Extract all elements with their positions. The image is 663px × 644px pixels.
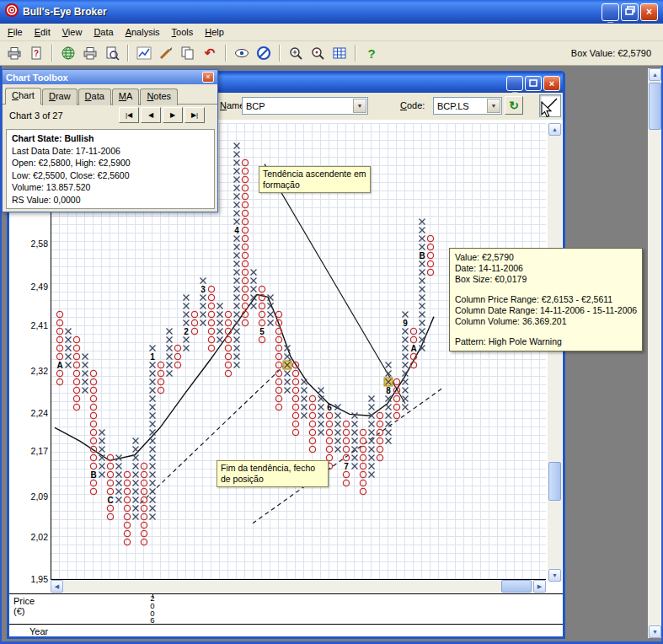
toolbox-title: Chart Toolbox: [6, 72, 68, 83]
first-icon: |◀: [126, 111, 132, 119]
toolbox-close-button[interactable]: ×: [202, 72, 214, 83]
column-data-tooltip: Value: €2,5790Date: 14-11-2006Box Size: …: [449, 248, 643, 352]
menu-data[interactable]: Data: [88, 24, 119, 40]
price-axis-label: 2,24: [14, 408, 48, 418]
price-axis-title: Price (€): [13, 596, 35, 616]
vertical-scroll-thumb[interactable]: [548, 462, 561, 501]
price-axis-label: 1,95: [14, 574, 48, 584]
next-icon: ▶: [170, 111, 175, 119]
svg-text:8: 8: [386, 386, 391, 395]
child-minimize-button[interactable]: _: [506, 76, 523, 91]
chart-vertical-scrollbar[interactable]: ▲ ▼: [548, 123, 562, 582]
web-globe-icon[interactable]: [58, 43, 78, 63]
application-window: Bull's-Eye Broker _ × File Edit View Dat…: [0, 0, 663, 644]
tooltip-gap: [455, 285, 637, 294]
scroll-down-button[interactable]: ▼: [649, 625, 661, 638]
tooltip-line: Pattern: High Pole Warning: [455, 336, 637, 347]
price-axis-title-text: Price: [13, 596, 35, 606]
menu-help[interactable]: Help: [199, 24, 230, 40]
restore-button[interactable]: [621, 3, 639, 21]
last-icon: ▶|: [191, 111, 198, 119]
print-preview-icon[interactable]: [102, 43, 122, 63]
refresh-icon: ↻: [509, 99, 519, 112]
menu-view[interactable]: View: [56, 24, 88, 40]
code-combobox[interactable]: BCP.LS ▼: [433, 97, 502, 115]
toolbar-separator: [225, 45, 227, 62]
tab-notes[interactable]: Notes: [140, 89, 178, 105]
menu-file[interactable]: File: [2, 24, 29, 40]
menu-tools[interactable]: Tools: [166, 24, 200, 40]
scroll-up-button[interactable]: ▲: [649, 68, 661, 81]
child-maximize-button[interactable]: [525, 76, 542, 91]
x-axis-line: [9, 593, 563, 594]
next-chart-button[interactable]: ▶: [163, 107, 183, 123]
chevron-down-icon[interactable]: ▼: [487, 99, 500, 113]
axis-divider-line: [9, 624, 563, 625]
refresh-button[interactable]: ↻: [505, 96, 523, 115]
chart-icon[interactable]: [134, 43, 154, 63]
year-axis-title: Year: [29, 626, 48, 636]
show-eye-icon[interactable]: [232, 43, 252, 63]
code-value: BCP.LS: [434, 101, 486, 111]
minimize-button[interactable]: _: [602, 3, 619, 21]
toolbox-titlebar[interactable]: Chart Toolbox ×: [3, 70, 217, 84]
horizontal-scroll-thumb[interactable]: [501, 580, 532, 593]
previous-icon: ◀: [148, 111, 153, 119]
annotation-note-uptrend[interactable]: Tendência ascendente em formação: [259, 166, 371, 193]
window-title: Bull's-Eye Broker: [23, 6, 107, 18]
scroll-up-button[interactable]: ▲: [548, 123, 561, 136]
draw-pointer-icon[interactable]: [156, 43, 176, 63]
window-controls: _ ×: [602, 3, 658, 21]
scroll-left-button[interactable]: ◀: [51, 580, 63, 593]
tab-ma[interactable]: MA: [112, 89, 140, 105]
svg-text:2: 2: [184, 327, 189, 336]
annotation-note-endtrend[interactable]: Fim da tendência, fecho de posição: [217, 460, 329, 487]
toolbar-separator: [51, 45, 53, 62]
scroll-right-button[interactable]: ▶: [533, 580, 546, 593]
price-axis-unit: (€): [13, 606, 35, 616]
name-combobox[interactable]: BCP ▼: [242, 97, 368, 115]
print-help-icon[interactable]: ?: [26, 43, 46, 63]
tab-chart[interactable]: Chart: [5, 88, 41, 105]
chart-info-box: Chart State: Bullish Last Data Date: 17-…: [6, 129, 215, 209]
last-chart-button[interactable]: ▶|: [184, 107, 205, 123]
vertical-scroll-thumb[interactable]: [649, 83, 661, 130]
menu-analysis[interactable]: Analysis: [120, 24, 166, 40]
main-vertical-scrollbar[interactable]: ▲ ▼: [648, 68, 662, 638]
price-axis-label: 2,49: [14, 282, 48, 292]
tab-data[interactable]: Data: [78, 89, 111, 105]
chevron-down-icon[interactable]: ▼: [353, 99, 366, 113]
scroll-down-button[interactable]: ▼: [548, 569, 561, 582]
arrow-up-icon: ▲: [552, 126, 558, 132]
zoom-pattern-icon[interactable]: [307, 43, 328, 63]
rs-value: RS Value: 0,0000: [12, 194, 209, 207]
toolbar: ? ↶ ? Box Value: €2,5790: [0, 41, 663, 66]
tooltip-gap: [455, 327, 637, 336]
tooltip-line: Column Price Range: €2,6153 - €2,5611: [455, 294, 637, 305]
minimize-icon: _: [607, 15, 613, 20]
price-axis-label: 2,09: [14, 491, 48, 502]
code-label: Code:: [400, 100, 425, 110]
hide-icon[interactable]: [254, 43, 274, 63]
child-close-button[interactable]: ×: [543, 76, 560, 91]
close-button[interactable]: ×: [640, 3, 658, 21]
previous-chart-button[interactable]: ◀: [141, 107, 161, 123]
price-axis-label: 2,41: [14, 320, 48, 330]
mouse-cursor: [541, 101, 553, 121]
print-setup-icon[interactable]: [4, 43, 24, 63]
zoom-in-icon[interactable]: [286, 43, 306, 63]
toolbar-separator: [355, 45, 356, 62]
first-chart-button[interactable]: |◀: [119, 107, 139, 123]
grid-icon[interactable]: [329, 43, 350, 63]
menu-edit[interactable]: Edit: [29, 24, 56, 40]
minimize-icon: _: [512, 85, 517, 90]
copy-icon[interactable]: [178, 43, 198, 63]
chart-state: Chart State: Bullish: [12, 132, 209, 145]
undo-icon[interactable]: ↶: [200, 43, 220, 63]
help-icon[interactable]: ?: [361, 43, 382, 63]
tab-draw[interactable]: Draw: [42, 89, 78, 105]
arrow-down-icon: ▼: [552, 572, 558, 578]
chart-horizontal-scrollbar[interactable]: ◀ ▶: [51, 580, 546, 593]
print-icon[interactable]: [80, 43, 100, 63]
chart-toolbox: Chart Toolbox × Chart Draw Data MA Notes…: [2, 69, 218, 212]
